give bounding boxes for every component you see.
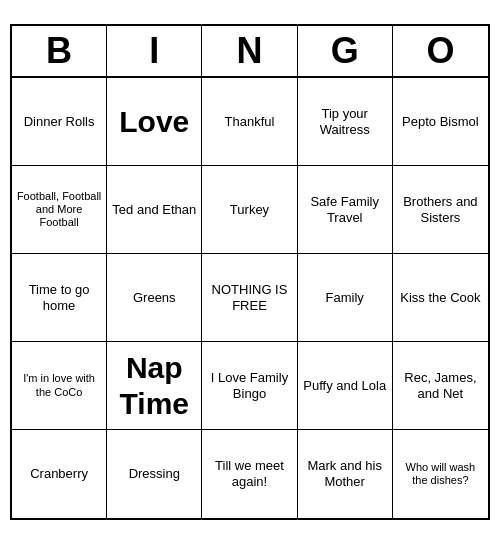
bingo-cell: Thankful xyxy=(202,78,297,166)
bingo-header-letter: N xyxy=(202,26,297,76)
bingo-header-letter: G xyxy=(298,26,393,76)
bingo-cell: Football, Football and More Football xyxy=(12,166,107,254)
bingo-cell: Family xyxy=(298,254,393,342)
bingo-cell: Turkey xyxy=(202,166,297,254)
bingo-cell: Pepto Bismol xyxy=(393,78,488,166)
bingo-cell: I'm in love with the CoCo xyxy=(12,342,107,430)
bingo-cell: Who will wash the dishes? xyxy=(393,430,488,518)
bingo-header: BINGO xyxy=(12,26,488,78)
bingo-card: BINGO Dinner RollsLoveThankfulTip your W… xyxy=(10,24,490,520)
bingo-grid: Dinner RollsLoveThankfulTip your Waitres… xyxy=(12,78,488,518)
bingo-cell: Puffy and Lola xyxy=(298,342,393,430)
bingo-cell: Time to go home xyxy=(12,254,107,342)
bingo-cell: Rec, James, and Net xyxy=(393,342,488,430)
bingo-cell: I Love Family Bingo xyxy=(202,342,297,430)
bingo-cell: NOTHING IS FREE xyxy=(202,254,297,342)
bingo-cell: Greens xyxy=(107,254,202,342)
bingo-cell: Brothers and Sisters xyxy=(393,166,488,254)
bingo-header-letter: O xyxy=(393,26,488,76)
bingo-cell: Cranberry xyxy=(12,430,107,518)
bingo-cell: Ted and Ethan xyxy=(107,166,202,254)
bingo-cell: Dressing xyxy=(107,430,202,518)
bingo-cell: Safe Family Travel xyxy=(298,166,393,254)
bingo-cell: Kiss the Cook xyxy=(393,254,488,342)
bingo-cell: Mark and his Mother xyxy=(298,430,393,518)
bingo-cell: Dinner Rolls xyxy=(12,78,107,166)
bingo-cell: Till we meet again! xyxy=(202,430,297,518)
bingo-cell: Tip your Waitress xyxy=(298,78,393,166)
bingo-header-letter: B xyxy=(12,26,107,76)
bingo-header-letter: I xyxy=(107,26,202,76)
bingo-cell: Nap Time xyxy=(107,342,202,430)
bingo-cell: Love xyxy=(107,78,202,166)
